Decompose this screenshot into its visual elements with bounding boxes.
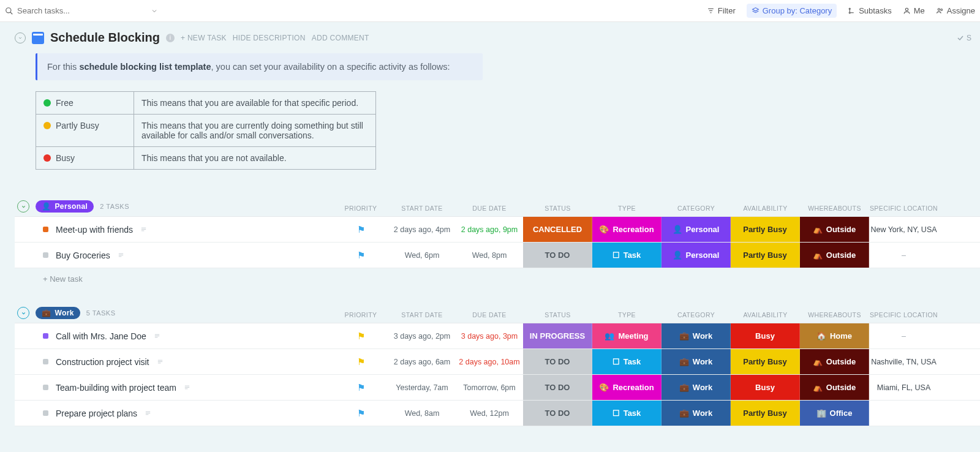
status-cell[interactable]: TO DO [523, 401, 592, 426]
collapse-group-button[interactable] [17, 200, 29, 213]
task-row[interactable]: Meet-up with friends ⚑ 2 days ago, 4pm 2… [15, 217, 980, 243]
column-header[interactable]: AVAILABILITY [731, 205, 800, 212]
whereabouts-cell[interactable]: ⛺Outside [800, 349, 869, 374]
status-cell[interactable]: IN PROGRESS [523, 323, 592, 348]
task-row[interactable]: Call with Mrs. Jane Doe ⚑ 3 days ago, 2p… [15, 323, 980, 349]
column-header[interactable]: WHEREABOUTS [800, 205, 869, 212]
whereabouts-cell[interactable]: ⛺Outside [800, 217, 869, 242]
priority-cell[interactable]: ⚑ [333, 349, 388, 374]
hide-description-button[interactable]: HIDE DESCRIPTION [233, 34, 306, 42]
new-task-row[interactable]: + New task [15, 268, 980, 286]
whereabouts-cell[interactable]: 🏠Home [800, 323, 869, 348]
column-header[interactable]: CATEGORY [662, 205, 731, 212]
availability-cell[interactable]: Partly Busy [731, 349, 800, 374]
due-date-cell[interactable]: Wed, 8pm [456, 243, 523, 268]
status-cell[interactable]: TO DO [523, 375, 592, 400]
location-cell[interactable]: New York, NY, USA [869, 217, 938, 242]
column-header[interactable]: WHEREABOUTS [800, 311, 869, 318]
type-cell[interactable]: ☐Task [592, 243, 662, 268]
due-date-cell[interactable]: 3 days ago, 3pm [456, 323, 523, 348]
info-icon[interactable]: i [166, 34, 175, 42]
start-date-cell[interactable]: 2 days ago, 4pm [388, 217, 456, 242]
category-cell[interactable]: 👤Personal [662, 243, 731, 268]
column-header[interactable]: STATUS [523, 205, 592, 212]
column-header[interactable]: STATUS [523, 311, 592, 318]
location-cell[interactable]: Nashville, TN, USA [869, 349, 938, 374]
start-date-cell[interactable]: Yesterday, 7am [388, 375, 456, 400]
column-header[interactable]: SPECIFIC LOCATION [869, 311, 938, 318]
column-header[interactable]: AVAILABILITY [731, 311, 800, 318]
column-header[interactable]: START DATE [388, 205, 456, 212]
start-date-cell[interactable]: 2 days ago, 6am [388, 349, 456, 374]
location-cell[interactable]: – [869, 243, 938, 268]
status-cell[interactable]: TO DO [523, 243, 592, 268]
task-row[interactable]: Team-building with project team ⚑ Yester… [15, 375, 980, 401]
task-name-cell[interactable]: Buy Groceries [15, 243, 333, 268]
start-date-cell[interactable]: Wed, 8am [388, 401, 456, 426]
column-header[interactable]: TYPE [592, 311, 662, 318]
search-box[interactable] [5, 6, 158, 15]
filter-button[interactable]: Filter [707, 6, 736, 15]
priority-cell[interactable]: ⚑ [333, 217, 388, 242]
more-icon[interactable] [154, 333, 160, 339]
task-row[interactable]: Prepare project plans ⚑ Wed, 8am Wed, 12… [15, 401, 980, 426]
task-name-cell[interactable]: Prepare project plans [15, 401, 333, 426]
groupby-button[interactable]: Group by: Category [747, 4, 837, 18]
start-date-cell[interactable]: Wed, 6pm [388, 243, 456, 268]
due-date-cell[interactable]: 2 days ago, 9pm [456, 217, 523, 242]
more-icon[interactable] [184, 384, 190, 391]
due-date-cell[interactable]: Tomorrow, 6pm [456, 375, 523, 400]
column-header[interactable]: TYPE [592, 205, 662, 212]
new-task-button[interactable]: + NEW TASK [181, 34, 227, 42]
location-cell[interactable]: Miami, FL, USA [869, 375, 938, 400]
type-cell[interactable]: 🎨Recreation [592, 217, 662, 242]
category-cell[interactable]: 💼Work [662, 375, 731, 400]
column-header[interactable]: START DATE [388, 311, 456, 318]
column-header[interactable]: DUE DATE [456, 311, 523, 318]
availability-cell[interactable]: Busy [731, 323, 800, 348]
collapse-group-button[interactable] [17, 307, 29, 319]
group-pill[interactable]: 💼 Work [36, 307, 80, 319]
due-date-cell[interactable]: Wed, 12pm [456, 401, 523, 426]
chevron-down-icon[interactable] [151, 7, 158, 15]
more-icon[interactable] [140, 226, 147, 233]
whereabouts-cell[interactable]: ⛺Outside [800, 375, 869, 400]
more-icon[interactable] [157, 358, 164, 365]
location-cell[interactable]: – [869, 323, 938, 348]
task-row[interactable]: Construction project visit ⚑ 2 days ago,… [15, 349, 980, 375]
task-name-cell[interactable]: Construction project visit [15, 349, 333, 374]
assignee-button[interactable]: Assigne [936, 6, 975, 15]
category-cell[interactable]: 💼Work [662, 401, 731, 426]
collapse-list-button[interactable] [15, 32, 26, 43]
column-header[interactable]: PRIORITY [333, 205, 388, 212]
task-row[interactable]: Buy Groceries ⚑ Wed, 6pm Wed, 8pm TO DO … [15, 243, 980, 268]
type-cell[interactable]: 👥Meeting [592, 323, 662, 348]
availability-cell[interactable]: Partly Busy [731, 243, 800, 268]
priority-cell[interactable]: ⚑ [333, 375, 388, 400]
category-cell[interactable]: 👤Personal [662, 217, 731, 242]
priority-cell[interactable]: ⚑ [333, 243, 388, 268]
more-icon[interactable] [145, 410, 151, 416]
status-cell[interactable]: TO DO [523, 349, 592, 374]
availability-cell[interactable]: Busy [731, 375, 800, 400]
type-cell[interactable]: ☐Task [592, 401, 662, 426]
availability-cell[interactable]: Partly Busy [731, 217, 800, 242]
more-icon[interactable] [118, 252, 124, 258]
group-pill[interactable]: 👤 Personal [36, 200, 94, 213]
column-header[interactable]: SPECIFIC LOCATION [869, 205, 938, 212]
search-input[interactable] [17, 6, 115, 15]
subtasks-button[interactable]: Subtasks [848, 6, 891, 15]
type-cell[interactable]: ☐Task [592, 349, 662, 374]
priority-cell[interactable]: ⚑ [333, 401, 388, 426]
whereabouts-cell[interactable]: 🏢Office [800, 401, 869, 426]
column-header[interactable]: DUE DATE [456, 205, 523, 212]
category-cell[interactable]: 💼Work [662, 349, 731, 374]
category-cell[interactable]: 💼Work [662, 323, 731, 348]
type-cell[interactable]: 🎨Recreation [592, 375, 662, 400]
start-date-cell[interactable]: 3 days ago, 2pm [388, 323, 456, 348]
column-header[interactable]: CATEGORY [662, 311, 731, 318]
whereabouts-cell[interactable]: ⛺Outside [800, 243, 869, 268]
task-name-cell[interactable]: Team-building with project team [15, 375, 333, 400]
due-date-cell[interactable]: 2 days ago, 10am [456, 349, 523, 374]
location-cell[interactable] [869, 401, 938, 426]
